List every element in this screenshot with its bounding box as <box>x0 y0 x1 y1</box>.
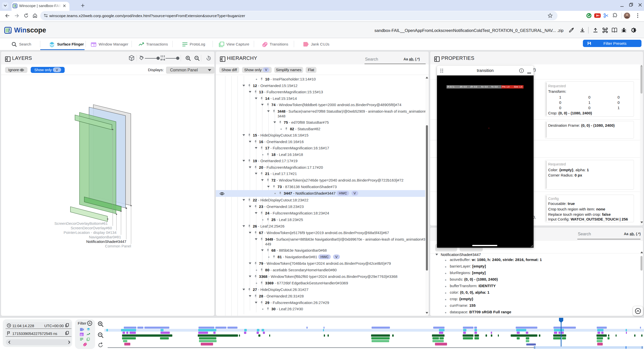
svg-text:Common Panel: Common Panel <box>105 244 131 248</box>
svg-text:PointerLocation - display 0#13: PointerLocation - display 0#134 <box>64 230 116 235</box>
svg-text:ScreenDecorOverlay#60: ScreenDecorOverlay#60 <box>71 226 112 230</box>
svg-text:NotificationShade#3447: NotificationShade#3447 <box>86 239 126 244</box>
svg-text:ScreenDecorOverlayBottom#61: ScreenDecorOverlayBottom#61 <box>54 221 108 226</box>
svg-text:NavigationBar0#81: NavigationBar0#81 <box>89 235 121 239</box>
